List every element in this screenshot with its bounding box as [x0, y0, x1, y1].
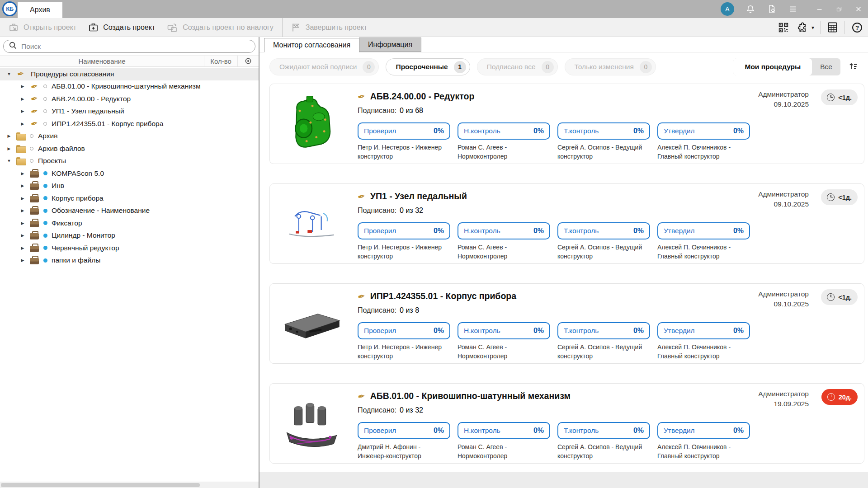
column-header-name[interactable]: Наименование: [0, 56, 204, 66]
tree-item[interactable]: папки и файлы: [0, 254, 259, 267]
toolbar-button[interactable]: Открыть проект: [3, 18, 82, 37]
restore-button[interactable]: [835, 5, 843, 13]
expand-arrow-icon[interactable]: [19, 246, 26, 250]
expand-arrow-icon[interactable]: [19, 109, 26, 113]
tree-item[interactable]: АБВ.01.00 - Кривошипно-шатунный механизм: [0, 80, 259, 93]
signature-step-button[interactable]: Н.контроль 0%: [458, 122, 550, 140]
tree-item[interactable]: Фиксатор: [0, 217, 259, 230]
qr-code-icon[interactable]: [777, 21, 790, 34]
signature-step-button[interactable]: Т.контроль 0%: [557, 422, 650, 439]
tree-item[interactable]: ИПР1.424355.01 - Корпус прибора: [0, 117, 259, 130]
content-tab[interactable]: Монитор согласования: [264, 38, 359, 52]
filter-pill[interactable]: Только изменения 0: [565, 58, 656, 75]
search-input[interactable]: [21, 42, 250, 51]
svg-text:?: ?: [855, 24, 859, 31]
signature-step-button[interactable]: Утвердил 0%: [657, 422, 750, 439]
content-tab[interactable]: Информация: [359, 38, 421, 52]
plugins-puzzle-icon[interactable]: [796, 21, 808, 34]
tree-item[interactable]: Проекты: [0, 155, 259, 168]
user-avatar[interactable]: A: [721, 2, 734, 16]
sort-button[interactable]: [846, 59, 861, 75]
close-button[interactable]: [854, 5, 863, 13]
plugins-dropdown-caret-icon[interactable]: ▾: [811, 24, 814, 31]
tree-item-marker: [42, 84, 49, 88]
expand-arrow-icon[interactable]: [19, 84, 26, 89]
expand-arrow-icon[interactable]: [19, 208, 26, 213]
procedure-card[interactable]: ✒ УП1 - Узел педальный Подписано:0 из 32: [269, 183, 864, 264]
menu-icon[interactable]: [788, 4, 798, 14]
expand-arrow-icon[interactable]: [5, 72, 13, 76]
signature-step-button[interactable]: Утвердил 0%: [657, 222, 750, 239]
signature-step-button[interactable]: Н.контроль 0%: [458, 322, 550, 339]
step-percent: 0%: [633, 427, 644, 435]
signature-step-button[interactable]: Проверил 0%: [358, 222, 450, 239]
signature-step-button[interactable]: Утвердил 0%: [657, 322, 750, 339]
app-tab-archive[interactable]: Архив: [18, 2, 62, 18]
expand-arrow-icon[interactable]: [19, 122, 26, 126]
tree-item[interactable]: Процедуры согласования: [0, 68, 259, 80]
signature-step-button[interactable]: Т.контроль 0%: [557, 122, 650, 140]
scrollbar-thumb[interactable]: [1, 483, 200, 487]
toolbar-button[interactable]: Создать проект: [82, 18, 161, 37]
filter-label: Просроченные: [396, 63, 448, 71]
expand-arrow-icon[interactable]: [19, 171, 26, 176]
card-meta: Администратор 19.09.2025: [758, 389, 809, 409]
signature-step-button[interactable]: Т.контроль 0%: [557, 222, 650, 239]
tree-item[interactable]: АБВ.24.00.00 - Редуктор: [0, 93, 259, 105]
filter-pill[interactable]: Подписано все 0: [477, 58, 558, 75]
signature-step-button[interactable]: Н.контроль 0%: [458, 422, 550, 439]
expand-arrow-icon[interactable]: [19, 258, 26, 263]
scope-all[interactable]: Все: [812, 63, 840, 71]
signature-step-button[interactable]: Утвердил 0%: [657, 122, 750, 140]
tree-item[interactable]: Архив: [0, 130, 259, 143]
expand-arrow-icon[interactable]: [19, 221, 26, 225]
tree-item[interactable]: Цилиндр - Монитор: [0, 230, 259, 242]
filter-count-badge: 0: [640, 61, 652, 73]
expand-arrow-icon[interactable]: [19, 196, 26, 201]
signature-step-button[interactable]: Проверил 0%: [358, 422, 450, 439]
toolbar-button[interactable]: Завершить проект: [282, 18, 373, 37]
expand-arrow-icon[interactable]: [19, 233, 26, 238]
notifications-bell-icon[interactable]: [745, 4, 755, 14]
procedure-card[interactable]: ✒ АБВ.24.00.00 - Редуктор Подписано:0 из…: [269, 84, 864, 164]
tree-item[interactable]: Корпус прибора: [0, 192, 259, 205]
signature-step: Утвердил 0% Алексей П. Овчинников - Глав…: [657, 122, 750, 161]
step-label: Проверил: [364, 127, 396, 135]
toolbar-button[interactable]: Создать проект по аналогу: [161, 18, 279, 37]
expand-arrow-icon[interactable]: [5, 134, 13, 138]
filter-pill[interactable]: Просроченные 1: [386, 58, 470, 75]
signature-step: Проверил 0% Петр И. Нестеров - Инженер к…: [358, 122, 450, 161]
tree-item-label: Фиксатор: [52, 219, 82, 227]
minimize-button[interactable]: [816, 5, 824, 13]
tree-item[interactable]: Инв: [0, 180, 259, 192]
tree-item[interactable]: KOMPAScon 5.0: [0, 167, 259, 180]
signature-step-button[interactable]: Проверил 0%: [358, 322, 450, 339]
tree-item[interactable]: Архив файлов: [0, 142, 259, 155]
procedure-card[interactable]: ✒ АБВ.01.00 - Кривошипно-шатунный механи…: [269, 383, 864, 464]
signature-step-button[interactable]: Проверил 0%: [358, 122, 450, 140]
help-icon[interactable]: ?: [851, 21, 863, 34]
signature-step-button[interactable]: Т.контроль 0%: [557, 322, 650, 339]
card-author: Администратор: [758, 389, 809, 399]
tree-item-marker: [42, 122, 49, 126]
expand-arrow-icon[interactable]: [5, 146, 13, 151]
expand-arrow-icon[interactable]: [19, 183, 26, 188]
expand-arrow-icon[interactable]: [5, 159, 13, 163]
visibility-eye-icon[interactable]: [238, 56, 259, 66]
expand-arrow-icon[interactable]: [19, 97, 26, 101]
report-table-icon[interactable]: [826, 21, 839, 33]
scope-my-procedures[interactable]: Мои процедуры: [733, 58, 812, 75]
signature-step-button[interactable]: Н.контроль 0%: [458, 222, 550, 239]
tree-item-marker: [28, 159, 35, 163]
document-settings-icon[interactable]: [767, 4, 777, 14]
column-header-count[interactable]: Кол-во: [204, 56, 238, 66]
tree-item-marker: [42, 234, 49, 238]
tree-item[interactable]: Червячный редуктор: [0, 242, 259, 254]
filter-pill[interactable]: Ожидают моей подписи 0: [269, 58, 379, 75]
tree-item-label: Червячный редуктор: [52, 244, 119, 252]
tree-item[interactable]: УП1 - Узел педальный: [0, 105, 259, 118]
tree-item[interactable]: Обозначение - Наименование: [0, 205, 259, 217]
step-percent: 0%: [733, 127, 744, 135]
procedure-card[interactable]: ✒ ИПР1.424355.01 - Корпус прибора Подпис…: [269, 283, 864, 364]
deadline-text: 20д.: [839, 394, 852, 401]
